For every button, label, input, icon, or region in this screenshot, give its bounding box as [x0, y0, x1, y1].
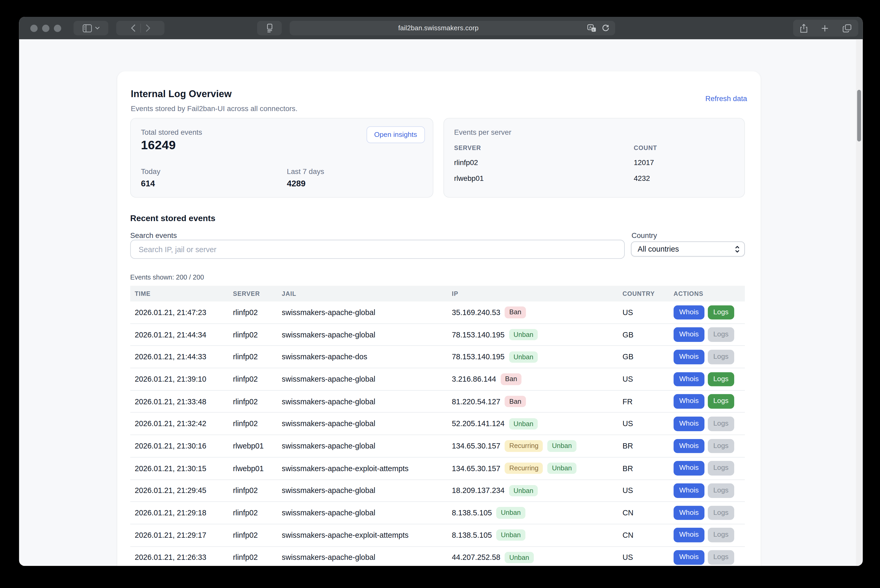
page-format-button[interactable] — [257, 21, 282, 35]
minimize-window-button[interactable] — [42, 24, 49, 32]
logs-button[interactable]: Logs — [708, 483, 734, 498]
event-country: BR — [618, 442, 669, 450]
reload-icon[interactable] — [602, 24, 610, 32]
events-shown-text: Events shown: 200 / 200 — [130, 273, 204, 281]
table-row: 2026.01.21, 21:47:23 rlinfp02 swissmaker… — [130, 302, 745, 324]
event-ip: 8.138.5.105 — [452, 531, 492, 539]
new-tab-icon[interactable] — [822, 24, 829, 32]
event-server: rlinfp02 — [228, 553, 277, 562]
toolbar-right-buttons — [793, 20, 858, 37]
unban-badge: Unban — [547, 440, 576, 452]
refresh-data-link[interactable]: Refresh data — [705, 94, 747, 103]
event-server: rlinfp02 — [228, 531, 277, 539]
per-server-col-count: COUNT — [634, 144, 657, 151]
event-country: CN — [618, 531, 669, 539]
table-row: 2026.01.21, 21:30:15 rlwebp01 swissmaker… — [130, 458, 745, 480]
event-jail: swissmakers-apache-exploit-attempts — [277, 464, 447, 472]
zoom-window-button[interactable] — [54, 24, 61, 32]
table-row: 2026.01.21, 21:30:16 rlwebp01 swissmaker… — [130, 435, 745, 458]
event-country: US — [618, 308, 669, 316]
recent-events-heading: Recent stored events — [130, 213, 216, 223]
logs-button[interactable]: Logs — [708, 461, 734, 476]
event-country: US — [618, 375, 669, 384]
event-ip: 78.153.140.195 — [452, 330, 504, 339]
scrollbar-thumb[interactable] — [857, 90, 861, 141]
per-server-row: rlinfp0212017 — [454, 159, 734, 167]
event-time: 2026.01.21, 21:32:42 — [130, 420, 228, 428]
event-time: 2026.01.21, 21:29:17 — [130, 531, 228, 539]
logs-button[interactable]: Logs — [708, 550, 734, 565]
recurring-badge: Recurring — [505, 462, 543, 474]
event-time: 2026.01.21, 21:44:34 — [130, 330, 228, 339]
col-ip: IP — [447, 290, 618, 297]
col-server: SERVER — [228, 290, 277, 297]
whois-button[interactable]: Whois — [674, 506, 705, 520]
event-ip: 18.209.137.234 — [452, 486, 504, 495]
logs-button[interactable]: Logs — [708, 327, 734, 342]
event-country: US — [618, 486, 669, 495]
share-icon[interactable] — [800, 23, 808, 33]
page-subtitle: Events stored by Fail2ban-UI across all … — [131, 105, 747, 113]
logs-button[interactable]: Logs — [708, 372, 734, 386]
browser-window: fail2ban.swissmakers.corp A x — [19, 17, 863, 566]
logs-button[interactable]: Logs — [708, 417, 734, 431]
logs-button[interactable]: Logs — [708, 439, 734, 453]
event-jail: swissmakers-apache-dos — [277, 353, 447, 361]
col-actions: ACTIONS — [669, 290, 745, 297]
back-button[interactable] — [130, 24, 135, 32]
table-row: 2026.01.21, 21:33:48 rlinfp02 swissmaker… — [130, 391, 745, 413]
whois-button[interactable]: Whois — [674, 483, 705, 498]
whois-button[interactable]: Whois — [674, 528, 705, 543]
logs-button[interactable]: Logs — [708, 506, 734, 520]
col-time: TIME — [130, 290, 228, 297]
search-input[interactable] — [130, 240, 625, 259]
table-row: 2026.01.21, 21:44:34 rlinfp02 swissmaker… — [130, 324, 745, 346]
event-country: US — [618, 553, 669, 562]
table-row: 2026.01.21, 21:26:33 rlinfp02 swissmaker… — [130, 547, 745, 566]
country-select[interactable]: All countries — [631, 242, 745, 256]
server-name: rlwebp01 — [454, 174, 634, 182]
events-table-header: TIME SERVER JAIL IP COUNTRY ACTIONS — [130, 286, 745, 302]
event-ip: 35.169.240.53 — [452, 308, 500, 316]
whois-button[interactable]: Whois — [674, 372, 705, 386]
event-ip: 44.207.252.58 — [452, 553, 500, 562]
translate-icon[interactable]: A x — [587, 24, 596, 32]
event-ip: 52.205.141.124 — [452, 420, 504, 428]
tab-overview-icon[interactable] — [843, 24, 851, 32]
screen: fail2ban.swissmakers.corp A x — [0, 0, 880, 588]
open-insights-button[interactable]: Open insights — [366, 126, 425, 143]
whois-button[interactable]: Whois — [674, 305, 705, 320]
whois-button[interactable]: Whois — [674, 394, 705, 409]
logs-button[interactable]: Logs — [708, 350, 734, 364]
event-time: 2026.01.21, 21:26:33 — [130, 553, 228, 562]
logs-button[interactable]: Logs — [708, 528, 734, 543]
whois-button[interactable]: Whois — [674, 550, 705, 565]
event-jail: swissmakers-apache-exploit-attempts — [277, 531, 447, 539]
close-window-button[interactable] — [30, 24, 37, 32]
unban-badge: Unban — [496, 529, 525, 541]
country-label: Country — [631, 231, 657, 240]
table-row: 2026.01.21, 21:44:33 rlinfp02 swissmaker… — [130, 346, 745, 369]
event-country: FR — [618, 397, 669, 406]
address-bar[interactable]: fail2ban.swissmakers.corp A x — [290, 21, 615, 35]
col-country: COUNTRY — [618, 290, 669, 297]
logs-button[interactable]: Logs — [708, 305, 734, 320]
forward-button[interactable] — [145, 24, 150, 32]
event-time: 2026.01.21, 21:39:10 — [130, 375, 228, 384]
reader-icon — [266, 24, 273, 33]
whois-button[interactable]: Whois — [674, 417, 705, 431]
logs-button[interactable]: Logs — [708, 394, 734, 409]
unban-badge: Unban — [509, 418, 538, 429]
whois-button[interactable]: Whois — [674, 350, 705, 364]
main-panel: Internal Log Overview Events stored by F… — [117, 71, 760, 566]
whois-button[interactable]: Whois — [674, 439, 705, 453]
whois-button[interactable]: Whois — [674, 327, 705, 342]
whois-button[interactable]: Whois — [674, 461, 705, 476]
event-jail: swissmakers-apache-global — [277, 420, 447, 428]
event-country: CN — [618, 509, 669, 517]
today-label: Today — [141, 167, 287, 176]
unban-badge: Unban — [505, 552, 534, 563]
event-jail: swissmakers-apache-global — [277, 397, 447, 406]
sidebar-toggle-button[interactable] — [73, 21, 108, 35]
unban-badge: Unban — [496, 507, 525, 519]
